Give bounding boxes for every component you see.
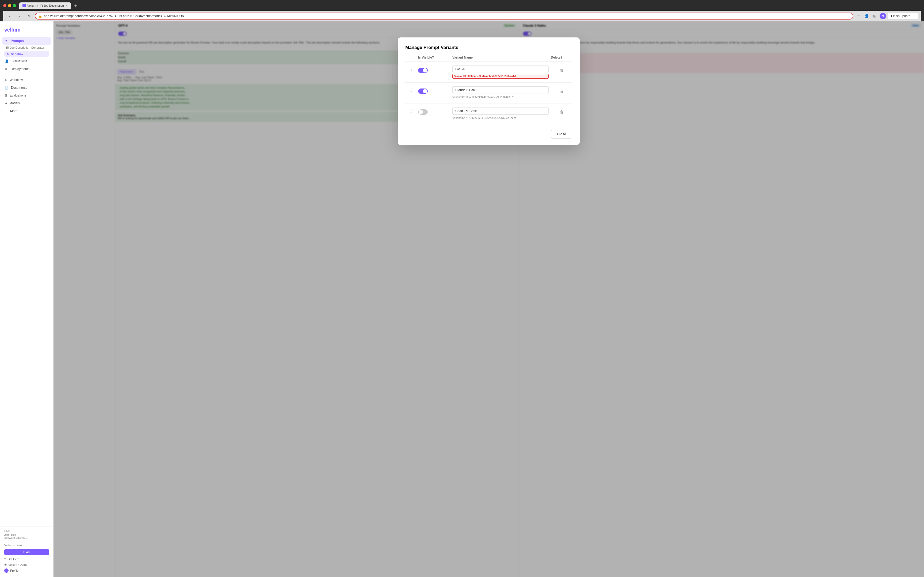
- finish-update-button[interactable]: Finish update ⋮: [888, 13, 918, 19]
- name-cell-gpt4: Variant ID: f68b34ca-3bd2-46b8-b0b7-f713…: [452, 66, 549, 79]
- url-text: app.vellum.ai/prompt-sandboxes/85a4543a-…: [44, 14, 184, 18]
- drag-handle-chatgpt[interactable]: ⠿: [405, 107, 416, 114]
- close-window-button[interactable]: [3, 4, 6, 7]
- bookmark-icon[interactable]: ☆: [856, 13, 862, 19]
- workflows-label: Workflows: [10, 78, 24, 82]
- sidebar-nav-section: ✦ Prompts HR Job Description Generator ⊙…: [0, 37, 53, 73]
- col-visible-header: Is Visible?: [418, 56, 450, 60]
- toggle-claude[interactable]: [418, 89, 428, 94]
- drag-handle-gpt4[interactable]: ⠿: [405, 66, 416, 72]
- evaluations-bottom-icon: ⊞: [5, 93, 8, 97]
- variant-id-chatgpt: Variant ID: 712147b7-5548-472e-a943-b376…: [452, 116, 549, 120]
- more-label: More: [10, 109, 18, 113]
- toggle-chatgpt[interactable]: [418, 110, 428, 115]
- finish-update-menu-icon: ⋮: [911, 14, 914, 18]
- modal-title: Manage Prompt Variants: [405, 45, 572, 50]
- evaluations-bottom-label: Evaluations: [10, 93, 26, 97]
- workspace-name: Vellum · Demo: [2, 543, 51, 548]
- sidebar-logo: vellum: [0, 24, 53, 37]
- delete-cell-chatgpt: 🗑: [551, 107, 572, 116]
- user-avatar-chrome[interactable]: N: [880, 13, 886, 19]
- traffic-lights: [3, 4, 16, 7]
- sidebar-bottom-nav: ⋗ Workflows 📄 Documents ⊞ Evaluations ◈ …: [0, 76, 53, 115]
- profile-item[interactable]: P Profile: [2, 567, 51, 574]
- close-modal-button[interactable]: Close: [551, 130, 572, 139]
- extensions-icon[interactable]: ⊞: [872, 13, 878, 19]
- sandbox-icon: ⊙: [7, 52, 10, 56]
- profile-avatar: P: [4, 569, 8, 573]
- browser-chrome: Vellum | HR Job Description ✕ + ‹ › ↻ 🔒 …: [0, 0, 924, 21]
- close-btn-label: Close: [557, 132, 566, 136]
- sidebar-item-deployments[interactable]: ◈ Deployments: [2, 65, 51, 73]
- sidebar-sub-label: HR Job Description Generator: [2, 45, 51, 50]
- toggle-cell-claude: [418, 86, 450, 94]
- more-icon: ⋯: [5, 109, 8, 113]
- modal-footer: Close: [405, 130, 572, 139]
- address-bar[interactable]: 🔒 app.vellum.ai/prompt-sandboxes/85a4543…: [35, 13, 853, 19]
- deployments-label: Deployments: [11, 67, 29, 71]
- lock-icon: 🔒: [39, 15, 42, 18]
- workflows-icon: ⋗: [5, 78, 8, 82]
- col-drag: [405, 56, 416, 60]
- sidebar-sandbox-item[interactable]: ⊙ Sandbox: [4, 51, 49, 57]
- profile-icon[interactable]: 👤: [864, 13, 870, 19]
- name-cell-claude: Variant ID: 9f3a933f-b9c8-483b-a250-9526…: [452, 86, 549, 100]
- workspace-item-demo[interactable]: ⊞ Vellum / Demo: [2, 562, 51, 567]
- sidebar-item-evaluations-bottom[interactable]: ⊞ Evaluations: [2, 92, 51, 99]
- help-icon: ?: [4, 558, 6, 561]
- sidebar-item-evaluations[interactable]: 👤 Evaluations: [2, 58, 51, 65]
- sidebar-item-prompts[interactable]: ✦ Prompts: [2, 37, 51, 45]
- variant-row-chatgpt: ⠿ Variant ID: 712147b7-5548-472e-a943-b3…: [405, 103, 572, 124]
- manage-variants-modal: Manage Prompt Variants Is Visible? Varia…: [398, 37, 580, 145]
- maximize-window-button[interactable]: [13, 4, 16, 7]
- documents-label: Documents: [11, 86, 27, 90]
- models-icon: ◈: [5, 102, 7, 105]
- sidebar-item-documents[interactable]: 📄 Documents: [2, 84, 51, 92]
- tab-favicon: [23, 4, 26, 7]
- drag-handle-claude[interactable]: ⠿: [405, 86, 416, 93]
- toggle-cell-chatgpt: [418, 107, 450, 115]
- sidebar-bottom: DNS Job_Title Software Enginee... Vellum…: [0, 526, 53, 576]
- invite-button[interactable]: Invite: [4, 549, 49, 555]
- modal-overlay: Manage Prompt Variants Is Visible? Varia…: [53, 21, 924, 577]
- variant-row-claude: ⠿ Variant ID: 9f3a933f-b9c8-483b-a250-95…: [405, 83, 572, 103]
- variant-id-gpt4: Variant ID: f68b34ca-3bd2-46b8-b0b7-f713…: [452, 74, 549, 79]
- tab-title: Vellum | HR Job Description: [27, 4, 64, 7]
- sidebar: vellum ✦ Prompts HR Job Description Gene…: [0, 21, 53, 577]
- evaluations-icon: 👤: [5, 60, 8, 63]
- back-button[interactable]: ‹: [6, 12, 13, 20]
- sidebar-prompts-label: Prompts: [11, 39, 24, 43]
- minimize-window-button[interactable]: [8, 4, 11, 7]
- sidebar-item-more[interactable]: ⋯ More: [2, 107, 51, 115]
- name-input-chatgpt[interactable]: [452, 107, 549, 115]
- prompts-icon: ✦: [5, 39, 8, 43]
- documents-icon: 📄: [5, 86, 9, 90]
- col-name-header: Variant Name: [452, 56, 549, 60]
- sidebar-item-workflows[interactable]: ⋗ Workflows: [2, 76, 51, 84]
- delete-gpt4-button[interactable]: 🗑: [558, 67, 565, 74]
- app-layout: vellum ✦ Prompts HR Job Description Gene…: [0, 21, 924, 577]
- browser-tabs: Vellum | HR Job Description ✕ +: [3, 2, 921, 9]
- evaluations-label: Evaluations: [11, 60, 27, 63]
- name-input-claude[interactable]: [452, 86, 549, 94]
- variant-row-gpt4: ⠿ Variant ID: f68b34ca-3bd2-46b8-b0b7-f7…: [405, 62, 572, 83]
- new-tab-button[interactable]: +: [72, 2, 79, 9]
- tab-close-icon[interactable]: ✕: [66, 4, 68, 8]
- forward-button[interactable]: ›: [16, 12, 23, 20]
- variant-id-claude: Variant ID: 9f3a933f-b9c8-483b-a250-9526…: [452, 95, 549, 100]
- workspace-icon: ⊞: [4, 563, 7, 566]
- refresh-button[interactable]: ↻: [25, 12, 32, 20]
- active-tab[interactable]: Vellum | HR Job Description ✕: [19, 2, 71, 9]
- delete-chatgpt-button[interactable]: 🗑: [558, 109, 565, 116]
- finish-update-label: Finish update: [891, 14, 910, 18]
- deployments-icon: ◈: [5, 67, 8, 71]
- browser-toolbar: ‹ › ↻ 🔒 app.vellum.ai/prompt-sandboxes/8…: [3, 11, 921, 21]
- models-label: Models: [10, 102, 20, 105]
- name-input-gpt4[interactable]: [452, 66, 549, 73]
- delete-claude-button[interactable]: 🗑: [558, 88, 565, 95]
- sidebar-item-models[interactable]: ◈ Models: [2, 100, 51, 107]
- toolbar-actions: ☆ 👤 ⊞ N Finish update ⋮: [856, 13, 918, 19]
- main-content: ↩ Prompts / HR Job Description Generator…: [53, 21, 924, 577]
- get-help-item[interactable]: ? Get Help: [2, 556, 51, 562]
- toggle-gpt4[interactable]: [418, 68, 428, 73]
